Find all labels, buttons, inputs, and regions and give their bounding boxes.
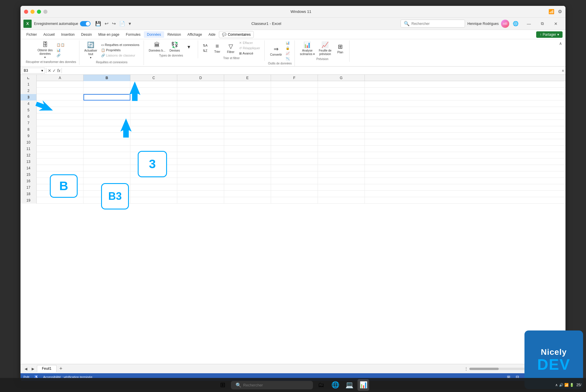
menu-accueil[interactable]: Accueil — [40, 31, 58, 38]
ribbon-group-label-outils: Outils de données — [268, 62, 292, 65]
taskbar-excel-btn[interactable]: 📊 — [357, 379, 369, 391]
window-close-btn[interactable]: ✕ — [549, 18, 563, 30]
table-row: 13 — [21, 158, 565, 165]
col-header-c[interactable]: C — [130, 75, 177, 81]
table-row: 18 — [21, 191, 565, 197]
ribbon-btn-reappliquer[interactable]: ↺ Réappliquer — [238, 46, 261, 51]
menu-insertion[interactable]: Insertion — [58, 31, 78, 38]
filter-icon: ▽ — [229, 43, 233, 50]
menu-dessin[interactable]: Dessin — [78, 31, 95, 38]
outils-btn2[interactable]: 🔒 — [285, 46, 291, 51]
search-box[interactable]: 🔍 — [401, 20, 465, 28]
taskbar-search-input[interactable] — [243, 383, 308, 387]
ribbon-btn-obtenir[interactable]: 🗄 Obtenir desdonnées ▾ — [36, 40, 54, 60]
ribbon-btn-convertir[interactable]: ⇒ Convertir — [269, 45, 284, 57]
table-row: 2 — [21, 88, 565, 94]
title-bar: Windows 11 📶 ⚙ — [21, 6, 565, 18]
menu-aide[interactable]: Aide — [205, 31, 218, 38]
share-button[interactable]: ↑ Partager ▾ — [536, 31, 563, 38]
ribbon-buttons-outils: ⇒ Convertir 📊 🔒 📈 📉 — [269, 40, 291, 61]
ribbon-btn-analyse[interactable]: 📊 Analysescénarios ▾ — [298, 40, 316, 57]
table-row: 17 — [21, 184, 565, 191]
ribbon-btn-requetes[interactable]: ▭ Requêtes et connexions — [100, 42, 141, 47]
globe-icon[interactable]: 🌐 — [512, 20, 520, 27]
ribbon-btn-filtrer[interactable]: ▽ Filtrer — [224, 42, 237, 55]
customize-icon[interactable]: ▾ — [127, 20, 132, 27]
autosave-toggle[interactable] — [80, 21, 91, 26]
window-minimize-btn[interactable]: — — [522, 18, 536, 30]
formula-input[interactable] — [63, 68, 561, 73]
ribbon-btn-avance[interactable]: ⊞ Avancé — [238, 51, 261, 56]
sort-az-btn[interactable]: ⇅A — [202, 43, 209, 48]
workbook-title: Classeur1 - Excel — [134, 21, 398, 26]
redo-icon[interactable]: ↪ — [111, 20, 117, 27]
building-icon: 🏛 — [154, 42, 160, 48]
menu-mise-en-page[interactable]: Mise en page — [95, 31, 122, 38]
sheet-tab-feuil1[interactable]: Feuil1 — [37, 365, 57, 372]
ribbon-small-btn3[interactable]: 🔗 — [55, 53, 66, 58]
undo-icon[interactable]: ↩ — [103, 20, 110, 27]
col-header-e[interactable]: E — [224, 75, 271, 81]
close-button[interactable] — [24, 10, 28, 14]
ribbon-collapse-btn[interactable]: ∧ — [558, 40, 563, 46]
ribbon-btn-actualiser[interactable]: 🔄 Actualisertout ▾ — [83, 40, 99, 60]
settings-icon[interactable]: ⚙ — [558, 9, 562, 14]
menu-donnees[interactable]: Données — [144, 31, 164, 38]
user-avatar: HR — [501, 20, 509, 28]
ribbon-small-btn2[interactable]: 📊 — [55, 48, 66, 53]
ribbon-btn-trier[interactable]: ≡ Trier — [211, 42, 223, 54]
menu-revision[interactable]: Révision — [165, 31, 184, 38]
ribbon-small-btn1[interactable]: 📋📋 — [55, 42, 66, 47]
file-icon[interactable]: 📄 — [118, 20, 126, 27]
ribbon-btn-types-expand[interactable]: ▾ — [183, 43, 195, 51]
maximize-button[interactable] — [37, 10, 41, 14]
menu-affichage[interactable]: Affichage — [185, 31, 205, 38]
ribbon-btn-proprietes[interactable]: 📋 Propriétés — [100, 48, 141, 53]
ribbon-btn-feuille[interactable]: 📈 Feuille deprévision — [317, 40, 333, 57]
outils-btn3[interactable]: 📈 — [285, 51, 291, 56]
wifi-icon[interactable]: 📶 — [548, 9, 554, 14]
comments-button[interactable]: 💬 Commentaires — [219, 31, 254, 38]
formula-check-icon[interactable]: ✕ — [48, 68, 51, 73]
sheet-nav-next[interactable]: ▶ — [30, 366, 36, 372]
ribbon-btn-plan[interactable]: ⊞ Plan — [334, 42, 346, 55]
window-restore-btn[interactable]: ⧉ — [536, 18, 549, 30]
ribbon-btn-donnees[interactable]: 🏛 Données b... — [147, 41, 167, 53]
taskbar-search-box[interactable]: 🔍 — [231, 381, 313, 389]
ribbon-buttons-prevision: 📊 Analysescénarios ▾ 📈 Feuille deprévisi… — [298, 40, 346, 57]
more-sheets-icon[interactable]: ⋮ — [464, 367, 468, 371]
col-header-b[interactable]: B — [84, 75, 130, 81]
minimize-button[interactable] — [30, 10, 35, 14]
extra-button — [43, 10, 47, 14]
sort-za-btn[interactable]: ⇅Z — [202, 48, 209, 53]
ribbon-buttons-types: 🏛 Données b... 💱 Devises ▾ — [147, 40, 195, 53]
sort-icon: ≡ — [216, 43, 219, 50]
col-header-d[interactable]: D — [177, 75, 224, 81]
outils-btn1[interactable]: 📊 — [285, 40, 291, 45]
save-icon[interactable]: 💾 — [94, 20, 102, 27]
outils-btn4[interactable]: 📉 — [285, 56, 291, 61]
formula-cross-icon[interactable]: ✓ — [52, 68, 56, 73]
ribbon-group-outils: ⇒ Convertir 📊 🔒 📈 📉 Outils de données — [265, 40, 295, 66]
formula-fx-icon[interactable]: fx — [57, 68, 60, 73]
menu-fichier[interactable]: Fichier — [23, 31, 40, 38]
col-header-g[interactable]: G — [318, 75, 365, 81]
ribbon-btn-liaisons[interactable]: 🔗 Liaisons de classeur — [100, 53, 141, 58]
menu-formules[interactable]: Formules — [123, 31, 143, 38]
sheet-scrollbar-thumb[interactable] — [469, 368, 499, 370]
col-header-f[interactable]: F — [271, 75, 318, 81]
ribbon-btn-effacer[interactable]: ✕ Effacer — [238, 40, 261, 45]
sheet-nav-prev[interactable]: ◀ — [23, 366, 29, 372]
ribbon-btn-devises[interactable]: 💱 Devises — [168, 40, 181, 53]
col-header-a[interactable]: A — [37, 75, 84, 81]
taskbar-files-btn[interactable]: 🗂 — [315, 379, 327, 391]
add-sheet-button[interactable]: + — [58, 366, 64, 372]
taskbar-edge-btn[interactable]: 🌐 — [329, 379, 341, 391]
corner-cell[interactable] — [21, 75, 37, 81]
formula-expand-btn[interactable]: ∧ — [562, 69, 564, 73]
formula-bar: B3 ▾ ✕ ✓ fx ∧ — [21, 67, 565, 75]
search-input[interactable] — [411, 22, 462, 26]
cell-reference-box[interactable]: B3 ▾ — [22, 68, 45, 74]
taskbar-start-button[interactable]: ⊞ — [217, 379, 229, 391]
taskbar-terminal-btn[interactable]: 💻 — [343, 379, 355, 391]
